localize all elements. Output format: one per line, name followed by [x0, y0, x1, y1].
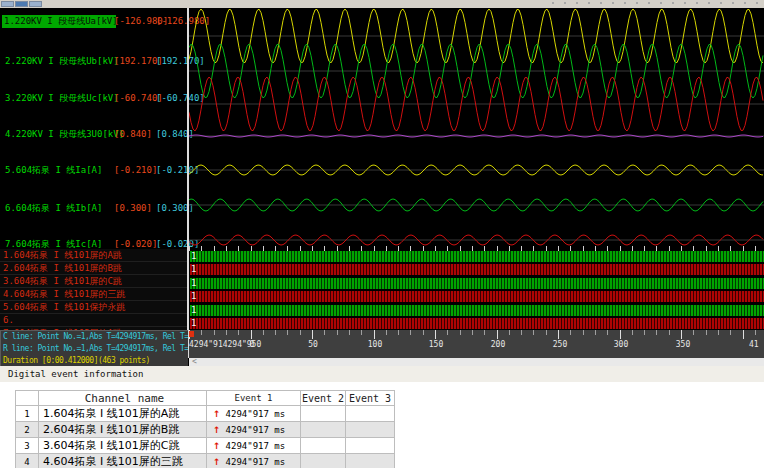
row-number: 2 [16, 422, 39, 438]
digital-state-bar-1: 1 [190, 251, 764, 262]
event2-cell [301, 406, 346, 422]
analog-channel-label: 5.604拓泉 I 线Ia[A] [3, 164, 104, 177]
digital-state-bar-3: 1 [190, 278, 764, 289]
analog-channel-row-4[interactable]: 4.220KV I 段母线3U0[kV][0.840][0.840] [0, 128, 188, 141]
event2-cell [301, 454, 346, 468]
event2-cell [301, 438, 346, 454]
analog-channel-label: 1.220KV I 段母线Ua[kV] [2, 15, 116, 28]
channel-name-cell: 1.604拓泉 I 线101屏的A跳 [39, 406, 207, 422]
digital-event-title: Digital event information [8, 369, 143, 379]
toolbar-button-2[interactable] [15, 1, 28, 7]
digital-state-bar-6: 1 [190, 318, 764, 329]
event1-cell: ↑4294"917 ms [207, 438, 301, 454]
event-table-zone: Channel nameEvent 1Event 2Event 311.604拓… [0, 382, 764, 468]
event1-cell: ↑4294"917 ms [207, 406, 301, 422]
digital-state-bar-5: 1 [190, 305, 764, 316]
digital-state-value: 1 [191, 305, 196, 316]
ruler-label: 50 [308, 340, 318, 349]
event1-cell: ↑4294"917 ms [207, 454, 301, 468]
row-number: 4 [16, 454, 39, 468]
digital-event-panel: Digital event information Channel nameEv… [0, 366, 764, 468]
event2-cell [301, 422, 346, 438]
waveform-trace-4 [189, 135, 763, 137]
digital-state-value: 1 [191, 318, 196, 329]
digital-channel-label-1[interactable]: 1.604拓泉 I 线101屏的A跳 [0, 249, 187, 262]
analog-channel-label: 4.220KV I 段母线3U0[kV] [3, 128, 126, 141]
r-line-status: R line: Point No.=1,Abs T=4294917ms, Rel… [1, 343, 188, 355]
digital-state-bar-2: 1 [190, 264, 764, 275]
toolbar-dots-decoration [552, 2, 762, 4]
digital-channel-label-4[interactable]: 4.604拓泉 I 线101屏的三跳 [0, 288, 187, 301]
event-table-header: Event 3 [346, 391, 395, 406]
waveform-window: 1.220KV I 段母线Ua[kV][-126.980][-126.980]2… [0, 8, 764, 366]
analog-channel-row-5[interactable]: 5.604拓泉 I 线Ia[A][-0.210][-0.210] [0, 164, 188, 177]
cursor-marker[interactable] [189, 331, 194, 337]
event3-cell [346, 454, 395, 468]
row-number: 3 [16, 438, 39, 454]
digital-state-value: 1 [191, 291, 196, 302]
digital-channel-label-6[interactable]: 6. [0, 314, 187, 327]
analog-channel-label: 2.220KV I 段母线Ub[kV] [3, 55, 121, 68]
ruler-label: 250 [553, 340, 567, 349]
event-table-header: Event 1 [207, 391, 301, 406]
digital-event-table: Channel nameEvent 1Event 2Event 311.604拓… [15, 390, 395, 468]
digital-state-value: 1 [191, 264, 196, 275]
digital-channel-label-5[interactable]: 5.604拓泉 I 线101保护永跳 [0, 301, 187, 314]
event-table-header: Channel name [39, 391, 207, 406]
channel-name-cell: 2.604拓泉 I 线101屏的B跳 [39, 422, 207, 438]
digital-channel-label-3[interactable]: 3.604拓泉 I 线101屏的C跳 [0, 275, 187, 288]
ruler-label: 300 [614, 340, 628, 349]
event-table-row-4[interactable]: 44.604拓泉 I 线101屏的三跳↑4294"917 ms [16, 454, 395, 468]
analog-waveform-plot[interactable] [189, 8, 764, 248]
duration-status: Duration [0:00.412000](463 points) [1, 355, 188, 366]
event3-cell [346, 406, 395, 422]
ruler-label: 41 [749, 340, 759, 349]
analog-channel-row-6[interactable]: 6.604拓泉 I 线Ib[A][0.300][0.300] [0, 202, 188, 215]
channel-name-cell: 4.604拓泉 I 线101屏的三跳 [39, 454, 207, 468]
rising-edge-icon: ↑ [207, 457, 226, 467]
rising-edge-icon: ↑ [207, 441, 226, 451]
analog-channel-row-1[interactable]: 1.220KV I 段母线Ua[kV][-126.980][-126.980] [0, 15, 188, 28]
ruler-label: 150 [429, 340, 443, 349]
analog-channel-row-3[interactable]: 3.220KV I 段母线Uc[kV][-60.740][-60.740] [0, 92, 188, 105]
c-line-status: C line: Point No.=1,Abs T=4294917ms, Rel… [1, 331, 188, 343]
digital-state-value: 1 [191, 278, 196, 289]
cursor-c-value: [-0.210] [114, 164, 157, 177]
fault-recorder-app: 1.220KV I 段母线Ua[kV][-126.980][-126.980]2… [0, 0, 764, 468]
event-table-header: Event 2 [301, 391, 346, 406]
scroll-left-button[interactable]: < [192, 358, 197, 366]
toolbar-strip [0, 0, 764, 8]
digital-state-value: 1 [191, 251, 196, 262]
ruler-label: 0 [250, 340, 255, 349]
cursor-c-value: [0.840] [114, 128, 152, 141]
rising-edge-icon: ↑ [207, 409, 226, 419]
horizontal-scrollbar[interactable]: < [189, 358, 764, 366]
event-table-row-2[interactable]: 22.604拓泉 I 线101屏的B跳↑4294"917 ms [16, 422, 395, 438]
analog-channel-row-2[interactable]: 2.220KV I 段母线Ub[kV][192.170][192.170] [0, 55, 188, 68]
event-table-header [16, 391, 39, 406]
toolbar-button-1[interactable] [1, 1, 14, 7]
ruler-label: 200 [491, 340, 505, 349]
analog-channel-label: 6.604拓泉 I 线Ib[A] [3, 202, 104, 215]
digital-state-bar-4: 1 [190, 291, 764, 302]
row-number: 1 [16, 406, 39, 422]
toolbar-button-3[interactable] [29, 1, 42, 7]
event-table-row-1[interactable]: 11.604拓泉 I 线101屏的A跳↑4294"917 ms [16, 406, 395, 422]
ruler-label: 100 [368, 340, 382, 349]
event-table-header-row: Channel nameEvent 1Event 2Event 3 [16, 391, 395, 406]
event1-cell: ↑4294"917 ms [207, 422, 301, 438]
channel-name-cell: 3.604拓泉 I 线101屏的C跳 [39, 438, 207, 454]
event3-cell [346, 438, 395, 454]
ruler-label: 350 [676, 340, 690, 349]
rising-edge-icon: ↑ [207, 425, 226, 435]
time-ruler[interactable]: 4294"914294"95005010015020025030035041 [189, 330, 764, 358]
panel-divider[interactable] [187, 8, 189, 358]
cursor-status-box: C line: Point No.=1,Abs T=4294917ms, Rel… [0, 330, 188, 366]
digital-channel-label-2[interactable]: 2.604拓泉 I 线101屏的B跳 [0, 262, 187, 275]
event-table-row-3[interactable]: 33.604拓泉 I 线101屏的C跳↑4294"917 ms [16, 438, 395, 454]
event3-cell [346, 422, 395, 438]
analog-channel-label: 3.220KV I 段母线Uc[kV] [3, 92, 121, 105]
cursor-c-value: [0.300] [114, 202, 152, 215]
